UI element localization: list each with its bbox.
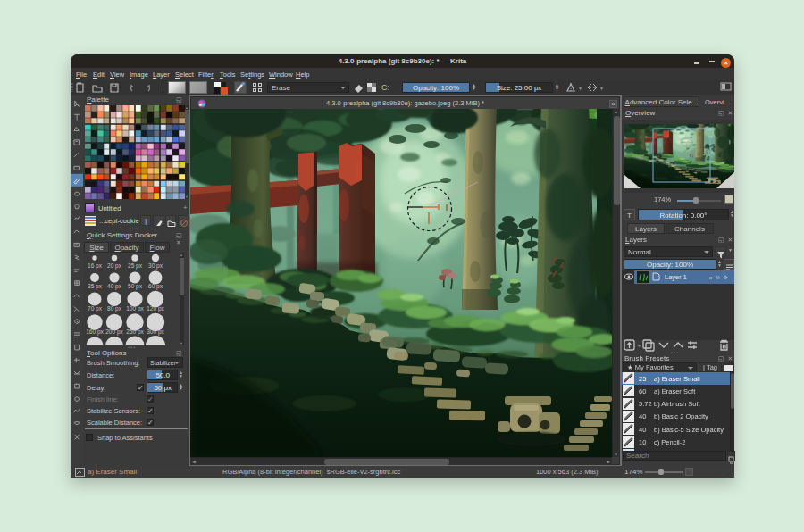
svg-text:120 px: 120 px (147, 305, 164, 312)
svg-text:20 px: 20 px (107, 262, 122, 270)
svg-text:50 px: 50 px (128, 283, 143, 290)
svg-text:160 px: 160 px (86, 328, 104, 336)
svg-text:300 px: 300 px (147, 328, 164, 336)
svg-text:35 px: 35 px (88, 283, 103, 290)
svg-text:60 px: 60 px (148, 283, 163, 290)
svg-text:16 px: 16 px (88, 262, 103, 270)
svg-text:40 px: 40 px (107, 283, 122, 290)
svg-text:250 px: 250 px (126, 328, 144, 336)
svg-text:25 px: 25 px (128, 262, 143, 270)
svg-text:80 px: 80 px (107, 305, 122, 312)
svg-text:30 px: 30 px (148, 262, 163, 270)
svg-text:200 px: 200 px (105, 328, 123, 336)
svg-text:100 px: 100 px (126, 305, 144, 312)
svg-text:70 px: 70 px (88, 305, 103, 312)
